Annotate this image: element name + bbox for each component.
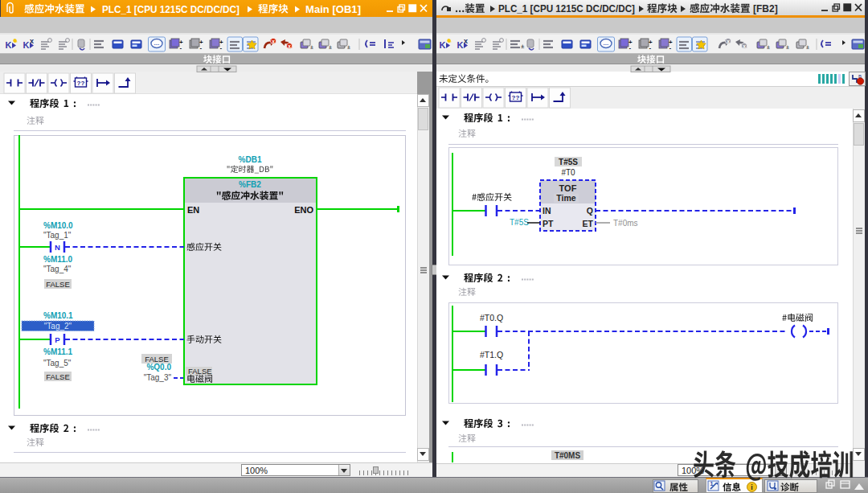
svg-text:FALSE: FALSE [46, 280, 70, 289]
svg-text:FALSE: FALSE [46, 372, 70, 381]
svg-text:"Tag_4": "Tag_4" [43, 265, 72, 273]
svg-text:T#0ms: T#0ms [613, 219, 638, 228]
svg-text:±: ± [806, 44, 809, 50]
svg-text:±: ± [347, 44, 350, 50]
svg-text:x: x [272, 39, 275, 44]
svg-text:%M11.1: %M11.1 [43, 347, 73, 356]
svg-text:PLC_1 [CPU 1215C DC/DC/DC]: PLC_1 [CPU 1215C DC/DC/DC] [102, 4, 240, 15]
svg-text:-: - [220, 44, 223, 51]
svg-text:-: - [649, 44, 652, 51]
svg-text:±: ± [329, 44, 332, 50]
svg-text:-: - [669, 44, 672, 51]
svg-text:K: K [6, 40, 12, 50]
svg-text:ENO: ENO [294, 205, 313, 215]
svg-text:±: ± [767, 44, 770, 50]
svg-text:-: - [200, 44, 203, 51]
svg-text:x: x [743, 43, 746, 49]
svg-text:...: ... [154, 39, 160, 47]
svg-text:PLC_1 [CPU 1215C DC/DC/DC]: PLC_1 [CPU 1215C DC/DC/DC] [498, 3, 635, 14]
svg-text:"Tag_3": "Tag_3" [144, 373, 172, 382]
svg-text:%M11.0: %M11.0 [43, 255, 73, 264]
svg-text:FALSE: FALSE [188, 367, 212, 376]
svg-text:±: ± [521, 43, 525, 50]
svg-text:P: P [55, 335, 60, 344]
svg-text:1: 1 [710, 481, 714, 487]
svg-text:%FB2: %FB2 [239, 180, 261, 189]
svg-text:%M10.1: %M10.1 [43, 311, 73, 320]
svg-text:T#0MS: T#0MS [555, 451, 581, 460]
svg-text:x: x [727, 39, 730, 44]
svg-text:FALSE: FALSE [145, 355, 169, 364]
svg-text:PT: PT [542, 219, 554, 228]
svg-text:#T1.Q: #T1.Q [480, 350, 503, 359]
svg-text:EN: EN [187, 205, 199, 215]
svg-text:#T0: #T0 [561, 168, 575, 177]
svg-text:??: ?? [512, 94, 520, 101]
svg-text:IN: IN [542, 206, 551, 216]
svg-text:-: - [180, 44, 182, 51]
svg-text:-: - [629, 44, 632, 51]
svg-text:K: K [440, 40, 446, 50]
svg-text:"Tag_2": "Tag_2" [44, 322, 72, 331]
svg-text:...: ... [604, 39, 609, 47]
svg-text:%DB1: %DB1 [239, 155, 262, 164]
svg-text:K: K [23, 40, 30, 50]
svg-text:K: K [457, 40, 464, 50]
svg-text:TOF: TOF [559, 183, 577, 193]
svg-text:"Tag_1": "Tag_1" [43, 231, 72, 240]
svg-text:#T0.Q: #T0.Q [480, 313, 503, 323]
svg-text:N: N [55, 243, 60, 252]
svg-text:±: ± [786, 44, 789, 50]
svg-text:x: x [30, 37, 34, 45]
svg-text:Time: Time [556, 193, 575, 203]
svg-text:Main [OB1]: Main [OB1] [305, 4, 361, 15]
svg-text:"Tag_5": "Tag_5" [43, 359, 72, 368]
svg-text:T#5S: T#5S [510, 218, 529, 227]
svg-text:x: x [288, 43, 291, 49]
svg-text:x: x [464, 37, 468, 45]
svg-text:ET: ET [583, 219, 594, 228]
svg-text:??: ?? [77, 80, 85, 87]
svg-text:Q: Q [587, 206, 593, 216]
svg-text:±: ± [310, 44, 313, 50]
svg-text:%M10.0: %M10.0 [43, 221, 73, 230]
svg-text:T#5S: T#5S [559, 158, 578, 166]
svg-text:i: i [751, 483, 752, 491]
svg-text:[FB2]: [FB2] [753, 3, 778, 14]
svg-text:%Q0.0: %Q0.0 [146, 363, 171, 372]
